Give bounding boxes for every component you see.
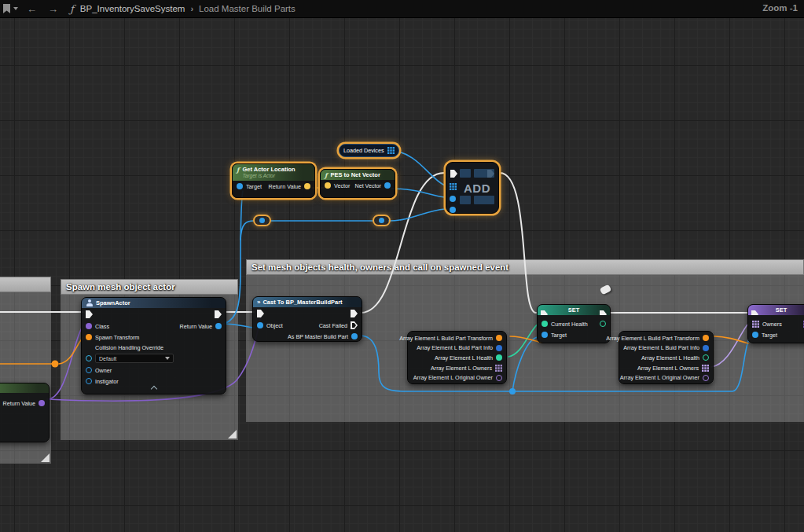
node-subtitle: Target is Actor [242,173,295,179]
pin-label: Array Element L Build Part Transform [399,335,493,342]
pin-label: Return Value [269,183,301,190]
back-button[interactable]: ← [21,3,42,15]
pin-label: Current Health [551,321,588,328]
reroute-pin[interactable] [379,218,384,223]
exec-out-pin[interactable] [600,310,607,315]
target-pin[interactable] [237,183,243,189]
item-pin[interactable] [450,196,456,202]
zoom-level-label: Zoom -1 [762,3,798,13]
health-pin[interactable] [496,354,502,361]
return-value-pin[interactable] [215,323,222,329]
exec-wire [500,173,536,313]
target-pin[interactable] [752,332,758,338]
array-pin-icon[interactable] [387,147,395,154]
node-pes-to-net-vector[interactable]: ƒ PES to Net Vector Vector Net Vector [320,169,395,198]
node-set-owners[interactable]: SET Owners Target [747,304,804,343]
pin-label: Spawn Transform [95,334,139,341]
net-vector-pin[interactable] [384,182,391,189]
object-wire [389,209,445,221]
bookmark-button[interactable] [0,4,21,13]
output-value-pin[interactable] [600,321,606,327]
collapse-chevron-icon[interactable] [150,386,156,392]
reroute-node[interactable] [253,215,271,226]
pin-name-box [460,196,471,204]
target-pin[interactable] [542,332,548,338]
cast-icon: » [257,299,259,306]
pin-label: Array Element L Buid Part Info [623,344,699,351]
collision-pin[interactable] [86,355,92,361]
reroute-pin[interactable] [259,218,265,223]
exec-in-pin[interactable] [86,310,93,318]
pin-label: Array Element L Owners [637,365,699,372]
health-pin[interactable] [703,354,709,361]
node-cast-to-bp-masterbuildpart[interactable]: » Cast To BP_MasterBuildPart Object Cast… [252,296,362,342]
actor-icon [86,299,93,306]
exec-in-pin[interactable] [257,310,264,317]
node-spawn-actor[interactable]: SpawnActor Class Return Value Spawn Tran… [81,297,226,394]
cast-failed-pin[interactable] [351,321,358,329]
return-value-pin[interactable] [39,400,45,406]
function-icon: ƒ [237,166,239,174]
node-title: Get Actor Location [242,166,295,173]
pin-label: Array Element L Buid Part Info [417,344,493,351]
instigator-pin[interactable] [86,378,92,384]
collision-dropdown[interactable]: Default [95,354,174,363]
function-icon: ƒ [325,171,327,179]
bookmark-icon [3,4,10,13]
owners-array-pin-icon[interactable] [702,365,709,372]
owners-array-pin-icon[interactable] [495,365,502,372]
pin-label: Array Element L Health [641,354,699,361]
pin-label: Owners [762,321,782,328]
forward-button[interactable]: → [42,3,64,15]
object-wire [391,150,445,185]
reroute-node[interactable] [373,215,391,226]
build-part-transform-pin[interactable] [496,335,502,341]
node-add-array[interactable]: ADD [446,162,499,214]
node-array-element-break-2[interactable]: Array Element L Build Part Transform Arr… [619,331,714,384]
wire-layer [0,0,804,532]
exec-in-pin[interactable] [751,310,758,315]
array-pin-icon[interactable] [450,183,457,190]
pin-label: Array Element L Owners [431,365,492,372]
as-cast-pin[interactable] [351,333,358,339]
exec-out-pin[interactable] [215,310,222,318]
original-owner-pin[interactable] [703,375,709,381]
owner-pin[interactable] [86,367,92,373]
breadcrumb-current[interactable]: Load Master Build Parts [199,4,296,13]
breadcrumb-root[interactable]: BP_InventorySaveSystem [80,4,185,13]
object-wire [224,324,255,328]
node-loaded-devices[interactable]: Loaded Devices [339,144,399,157]
node-get-actor-location[interactable]: ƒ Get Actor Location Target is Actor Tar… [232,163,315,198]
variable-label: Loaded Devices [343,147,384,154]
pin-label: Target [246,183,262,190]
pin-label: Return Value [3,400,35,407]
object-wire [224,191,243,324]
exec-in-pin[interactable] [450,170,457,178]
build-part-transform-pin[interactable] [703,335,709,341]
return-value-pin[interactable] [304,183,310,189]
owners-array-pin-icon[interactable] [752,321,759,328]
vector-pin[interactable] [325,182,331,189]
transform-wire [714,336,748,343]
object-wire [512,337,538,391]
class-pin[interactable] [86,323,92,329]
build-part-info-pin[interactable] [496,345,502,351]
pin-label: Return Value [180,323,212,330]
object-pin[interactable] [257,322,263,328]
spawn-transform-pin[interactable] [86,334,92,340]
pin-label: Cast Failed [319,322,347,329]
build-part-info-pin[interactable] [703,345,709,351]
pin-name-box [460,169,471,178]
original-owner-pin[interactable] [496,375,502,381]
node-title: Cast To BP_MasterBuildPart [262,299,342,306]
node-return-value-partial[interactable]: Return Value [0,383,50,442]
node-array-element-break-1[interactable]: Array Element L Build Part Transform Arr… [407,331,507,384]
top-toolbar: ← → ƒ BP_InventorySaveSystem › Load Mast… [0,0,804,18]
exec-out-pin[interactable] [351,310,358,317]
exec-in-pin[interactable] [541,310,548,315]
node-set-current-health[interactable]: SET Current Health Target [537,304,611,343]
node-title: SET [568,306,580,314]
item-pin[interactable] [450,207,456,213]
pin-label: Vector [334,182,350,189]
current-health-pin[interactable] [542,321,548,327]
